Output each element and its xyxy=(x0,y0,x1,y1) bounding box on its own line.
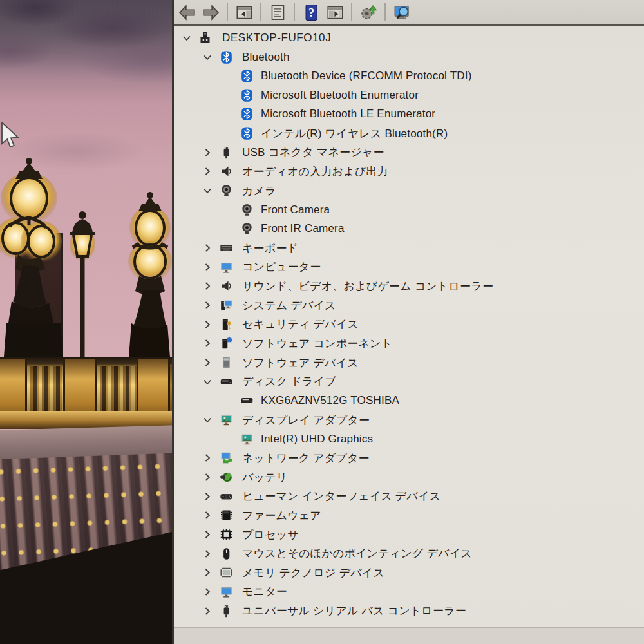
display-icon xyxy=(240,432,254,446)
tree-item-label: ディスク ドライブ xyxy=(242,374,336,389)
tree-item-label: バッテリ xyxy=(242,470,287,485)
tree-item-front-camera[interactable]: Front Camera xyxy=(174,200,644,220)
tree-item-software-devices[interactable]: ソフトウェア デバイス xyxy=(174,353,644,372)
tree-item-system-devices[interactable]: システム デバイス xyxy=(174,296,644,315)
tree-item-microsoft-bluetooth-enumerator[interactable]: Microsoft Bluetooth Enumerator xyxy=(174,86,644,105)
tree-item-label: Bluetooth Device (RFCOMM Protocol TDI) xyxy=(261,70,472,82)
chevron-icon[interactable] xyxy=(202,281,213,291)
chevron-icon[interactable] xyxy=(202,415,213,425)
left-lamp xyxy=(0,158,64,374)
bridge-balustrade xyxy=(0,357,174,429)
tree-item-label: セキュリティ デバイス xyxy=(242,317,359,332)
device-tree[interactable]: DESKTOP-FUFO10J Bluetooth Bluetooth Devi… xyxy=(174,27,644,628)
tree-item-network-adapters[interactable]: ネットワーク アダプター xyxy=(174,448,644,468)
tree-item-battery[interactable]: バッテリ xyxy=(174,468,644,487)
chevron-icon[interactable] xyxy=(202,338,213,348)
tree-item-usb-connector-manager[interactable]: USB コネクタ マネージャー xyxy=(174,143,644,162)
chevron-icon[interactable] xyxy=(202,491,213,502)
tree-item-monitors[interactable]: モニター xyxy=(174,582,644,601)
forward-button[interactable] xyxy=(200,2,221,23)
help-button[interactable] xyxy=(301,2,321,23)
tb-props-icon xyxy=(269,4,287,21)
chevron-icon[interactable] xyxy=(202,319,213,330)
chevron-icon[interactable] xyxy=(202,262,213,272)
show-console-tree-button[interactable] xyxy=(234,2,254,23)
chevron-icon[interactable] xyxy=(202,587,213,597)
tb-console-icon xyxy=(236,4,253,21)
display-icon xyxy=(220,413,233,427)
tree-item-memory-technology-devices[interactable]: メモリ テクノロジ デバイス xyxy=(174,563,644,582)
right-lamp xyxy=(128,192,172,374)
chevron-icon[interactable] xyxy=(202,52,213,62)
tree-item-firmware[interactable]: ファームウェア xyxy=(174,506,644,525)
tree-item-microsoft-bluetooth-le-enumerator[interactable]: Microsoft Bluetooth LE Enumerator xyxy=(174,104,644,124)
security-icon xyxy=(220,317,233,332)
tree-item-intel-wireless-bluetooth[interactable]: インテル(R) ワイヤレス Bluetooth(R) xyxy=(174,124,644,143)
chevron-icon[interactable] xyxy=(202,243,213,253)
tree-item-label: ヒューマン インターフェイス デバイス xyxy=(242,489,440,504)
tree-item-label: コンピューター xyxy=(242,260,321,274)
wallpaper-lamps xyxy=(0,0,174,399)
tree-item-label: ユニバーサル シリアル バス コントローラー xyxy=(242,603,466,618)
tree-item-software-components[interactable]: ソフトウェア コンポーネント xyxy=(174,334,644,353)
tree-item-label: ネットワーク アダプター xyxy=(242,451,370,466)
tree-item-label: キーボード xyxy=(242,241,298,256)
chevron-icon[interactable] xyxy=(202,185,213,196)
tree-item-kxg6aznv512g-toshiba[interactable]: KXG6AZNV512G TOSHIBA xyxy=(174,391,644,410)
scan-hardware-changes-button[interactable] xyxy=(392,2,412,23)
desktop-wallpaper xyxy=(0,0,174,644)
audio-icon xyxy=(220,164,233,178)
tree-item-label: サウンド、ビデオ、およびゲーム コントローラー xyxy=(242,279,493,294)
update-driver-button[interactable] xyxy=(358,2,379,23)
properties-button[interactable] xyxy=(267,2,288,23)
tree-item-mice-and-other-pointing-devices[interactable]: マウスとそのほかのポインティング デバイス xyxy=(174,544,644,564)
show-action-pane-button[interactable] xyxy=(325,2,345,23)
tree-item-label: モニター xyxy=(242,584,287,599)
software-component-icon xyxy=(220,336,233,350)
chevron-icon[interactable] xyxy=(202,377,213,387)
camera-icon xyxy=(240,203,254,217)
chevron-icon[interactable] xyxy=(202,606,213,616)
memory-icon xyxy=(220,565,233,580)
tree-item-label: ソフトウェア デバイス xyxy=(242,355,359,370)
tree-item-sound-video-and-game-controllers[interactable]: サウンド、ビデオ、およびゲーム コントローラー xyxy=(174,276,644,296)
chevron-icon[interactable] xyxy=(202,567,213,578)
tree-item-keyboard[interactable]: キーボード xyxy=(174,238,644,258)
tree-item-bluetooth[interactable]: Bluetooth xyxy=(174,48,644,67)
chevron-icon[interactable] xyxy=(202,529,213,540)
tree-item-disk-drives[interactable]: ディスク ドライブ xyxy=(174,372,644,392)
tree-item-bluetooth-device-rfcomm-protocol-tdi[interactable]: Bluetooth Device (RFCOMM Protocol TDI) xyxy=(174,66,644,86)
keyboard-icon xyxy=(220,241,233,255)
tree-item-audio-inputs-and-outputs[interactable]: オーディオの入力および出力 xyxy=(174,162,644,181)
chevron-icon[interactable] xyxy=(202,453,213,463)
tree-item-processors[interactable]: プロセッサ xyxy=(174,525,644,544)
system-icon xyxy=(220,298,233,312)
device-manager-screen: DESKTOP-FUFO10J Bluetooth Bluetooth Devi… xyxy=(0,0,644,644)
tb-forward-icon xyxy=(202,4,220,21)
camera-icon xyxy=(220,184,233,198)
chevron-icon[interactable] xyxy=(202,147,213,158)
tree-item-intel-uhd-graphics[interactable]: Intel(R) UHD Graphics xyxy=(174,430,644,449)
tree-item-label: マウスとそのほかのポインティング デバイス xyxy=(242,546,472,561)
tree-item-computer-group[interactable]: コンピューター xyxy=(174,258,644,277)
tree-item-security-devices[interactable]: セキュリティ デバイス xyxy=(174,315,644,334)
chevron-icon[interactable] xyxy=(202,300,213,310)
chevron-icon[interactable] xyxy=(202,549,213,559)
chevron-icon[interactable] xyxy=(182,33,192,43)
chevron-icon[interactable] xyxy=(202,166,213,176)
hid-icon xyxy=(220,489,233,504)
tree-item-front-ir-camera[interactable]: Front IR Camera xyxy=(174,219,644,238)
monitor-icon xyxy=(220,585,233,599)
back-button[interactable] xyxy=(176,2,197,23)
tree-item-desktop-fufo10j[interactable]: DESKTOP-FUFO10J xyxy=(174,28,644,48)
mouse-icon xyxy=(220,547,233,561)
tree-item-display-adapters[interactable]: ディスプレイ アダプター xyxy=(174,410,644,430)
chevron-icon[interactable] xyxy=(202,510,213,520)
chevron-icon[interactable] xyxy=(202,357,213,368)
chevron-icon[interactable] xyxy=(202,472,213,482)
tree-item-human-interface-devices[interactable]: ヒューマン インターフェイス デバイス xyxy=(174,487,644,506)
tree-item-universal-serial-bus-controllers[interactable]: ユニバーサル シリアル バス コントローラー xyxy=(174,601,644,621)
bluetooth-icon xyxy=(240,88,254,102)
tree-item-camera[interactable]: カメラ xyxy=(174,181,644,200)
tree-item-label: USB コネクタ マネージャー xyxy=(242,145,384,160)
